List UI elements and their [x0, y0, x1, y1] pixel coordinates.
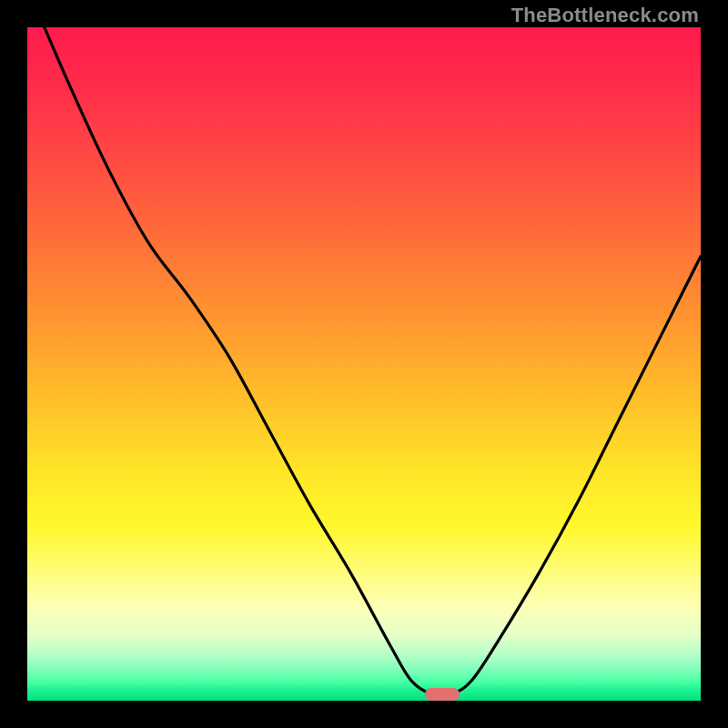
- curve-layer: [27, 27, 701, 701]
- optimum-marker: [425, 688, 460, 701]
- plot-area: [27, 27, 701, 701]
- bottleneck-curve: [27, 27, 701, 695]
- chart-frame: TheBottleneck.com: [0, 0, 728, 728]
- watermark-text: TheBottleneck.com: [511, 4, 699, 27]
